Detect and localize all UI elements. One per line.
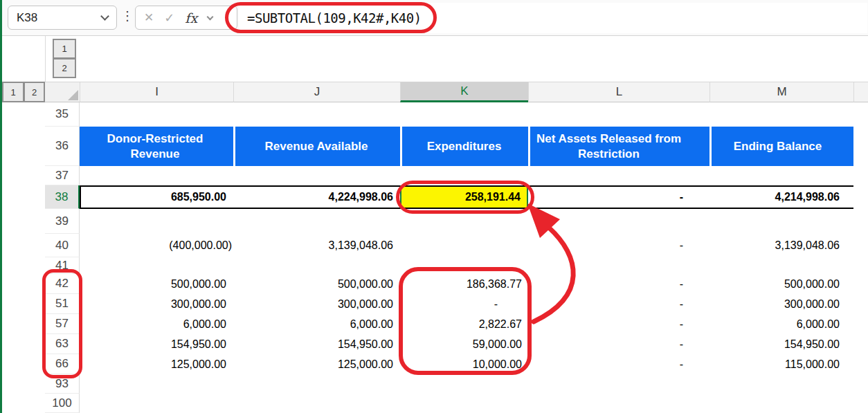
cell-K38[interactable]: 258,191.44 [400, 185, 528, 209]
cell-I100[interactable] [80, 394, 233, 413]
cell-K57[interactable]: 2,822.67 [400, 314, 528, 334]
cell-L51[interactable]: - [528, 294, 709, 314]
row-header-41[interactable]: 41 [45, 257, 80, 274]
formula-input[interactable]: =SUBTOTAL(109,K42#,K40) [239, 3, 867, 33]
cell-K41[interactable] [400, 257, 528, 274]
cell-K39[interactable] [400, 209, 528, 234]
column-outline-level-1-button[interactable]: 1 [53, 39, 76, 59]
row-header-93[interactable]: 93 [45, 374, 80, 394]
cell-M42[interactable]: 500,000.00 [709, 274, 853, 294]
cell-M35[interactable] [709, 102, 853, 127]
cell-I35[interactable] [80, 102, 233, 127]
cell-I42[interactable]: 500,000.00 [80, 274, 233, 294]
cell-I40[interactable]: (400,000.00) [80, 234, 233, 257]
row-header-39[interactable]: 39 [45, 209, 80, 234]
cell-J93[interactable] [233, 374, 400, 394]
cell-K36[interactable]: Expenditures [400, 127, 528, 166]
cell-K40[interactable] [400, 234, 528, 257]
cell-J35[interactable] [233, 102, 400, 127]
cell-M57[interactable]: 6,000.00 [709, 314, 853, 334]
fx-chevron-icon[interactable] [207, 13, 214, 20]
cell-M39[interactable] [709, 209, 853, 234]
column-header-J[interactable]: J [233, 82, 400, 102]
enter-icon[interactable]: ✓ [164, 10, 174, 26]
row-header-37[interactable]: 37 [45, 166, 80, 185]
select-all-corner[interactable] [45, 82, 80, 102]
cell-K66[interactable]: 10,000.00 [400, 354, 528, 374]
cell-J41[interactable] [233, 257, 400, 274]
cell-K93[interactable] [400, 374, 528, 394]
cell-M51[interactable]: 300,000.00 [709, 294, 853, 314]
cell-M93[interactable] [709, 374, 853, 394]
cell-L38[interactable]: - [528, 185, 709, 209]
cell-J42[interactable]: 500,000.00 [233, 274, 400, 294]
cell-K37[interactable] [400, 166, 528, 185]
cell-L41[interactable] [528, 257, 709, 274]
cell-K35[interactable] [400, 102, 528, 127]
cell-I57[interactable]: 6,000.00 [80, 314, 233, 334]
cell-K51[interactable]: - [400, 294, 528, 314]
column-header-M[interactable]: M [709, 82, 853, 102]
cell-I51[interactable]: 300,000.00 [80, 294, 233, 314]
cell-L37[interactable] [528, 166, 709, 185]
cell-I41[interactable] [80, 257, 233, 274]
column-header-I[interactable]: I [80, 82, 233, 102]
cell-J51[interactable]: 300,000.00 [233, 294, 400, 314]
cell-K63[interactable]: 59,000.00 [400, 334, 528, 354]
cell-J100[interactable] [233, 394, 400, 413]
row-header-63[interactable]: 63 [45, 334, 80, 354]
cell-J63[interactable]: 154,950.00 [233, 334, 400, 354]
cell-I36[interactable]: Donor-Restricted Revenue [80, 127, 233, 166]
cell-I66[interactable]: 125,000.00 [80, 354, 233, 374]
cell-L39[interactable] [528, 209, 709, 234]
cell-L35[interactable] [528, 102, 709, 127]
cell-M37[interactable] [709, 166, 853, 185]
cell-K100[interactable] [400, 394, 528, 413]
cell-I63[interactable]: 154,950.00 [80, 334, 233, 354]
cell-M36[interactable]: Ending Balance [709, 127, 853, 166]
row-outline-level-2-button[interactable]: 2 [24, 82, 45, 102]
cell-J39[interactable] [233, 209, 400, 234]
cell-M63[interactable]: 154,950.00 [709, 334, 853, 354]
row-header-66[interactable]: 66 [45, 354, 80, 374]
column-outline-level-2-button[interactable]: 2 [53, 58, 76, 78]
cell-M100[interactable] [709, 394, 853, 413]
cell-M41[interactable] [709, 257, 853, 274]
row-header-51[interactable]: 51 [45, 294, 80, 314]
cell-L36[interactable]: Net Assets Released from Restriction [528, 127, 709, 166]
cell-L40[interactable]: - [528, 234, 709, 257]
cell-I38[interactable]: 685,950.00 [80, 185, 233, 209]
cell-I39[interactable] [80, 209, 233, 234]
cell-J40[interactable]: 3,139,048.06 [233, 234, 400, 257]
column-header-L[interactable]: L [528, 82, 709, 102]
cell-M38[interactable]: 4,214,998.06 [709, 185, 853, 209]
cell-K42[interactable]: 186,368.77 [400, 274, 528, 294]
row-header-42[interactable]: 42 [45, 274, 80, 294]
cell-L100[interactable] [528, 394, 709, 413]
cell-L63[interactable]: - [528, 334, 709, 354]
row-header-100[interactable]: 100 [45, 394, 80, 413]
cell-L66[interactable]: - [528, 354, 709, 374]
more-options-icon[interactable]: ⋮ [121, 10, 134, 22]
cell-J36[interactable]: Revenue Available [233, 127, 400, 166]
cell-J37[interactable] [233, 166, 400, 185]
row-header-38[interactable]: 38 [45, 185, 80, 209]
name-box-chevron-icon[interactable] [100, 12, 109, 21]
cell-J66[interactable]: 125,000.00 [233, 354, 400, 374]
cell-M40[interactable]: 3,139,048.06 [709, 234, 853, 257]
row-outline-level-1-button[interactable]: 1 [2, 82, 24, 102]
cell-J38[interactable]: 4,224,998.06 [233, 185, 400, 209]
row-header-40[interactable]: 40 [45, 234, 80, 257]
insert-function-icon[interactable]: fx [185, 10, 197, 26]
cell-J57[interactable]: 6,000.00 [233, 314, 400, 334]
cell-M66[interactable]: 115,000.00 [709, 354, 853, 374]
row-header-35[interactable]: 35 [45, 102, 80, 127]
cell-I93[interactable] [80, 374, 233, 394]
cell-L57[interactable]: - [528, 314, 709, 334]
column-header-K[interactable]: K [400, 82, 528, 102]
cell-L93[interactable] [528, 374, 709, 394]
cell-L42[interactable]: - [528, 274, 709, 294]
cell-I37[interactable] [80, 166, 233, 185]
row-header-57[interactable]: 57 [45, 314, 80, 334]
cancel-icon[interactable]: ✕ [144, 10, 154, 25]
